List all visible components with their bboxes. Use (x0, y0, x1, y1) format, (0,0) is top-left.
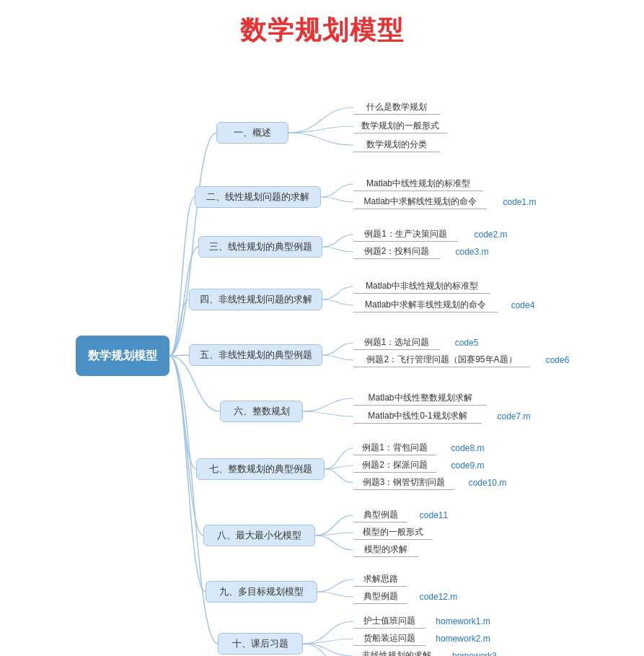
leaf-node-27: code11 (414, 508, 454, 522)
leaf-node-15: 例题2：飞行管理问题（国赛95年A题） (353, 353, 530, 367)
leaf-node-18: Matlab中线性0-1规划求解 (353, 409, 482, 424)
branch-node-b5: 五、非线性规划的典型例题 (189, 344, 322, 366)
leaf-node-37: 非线性规划的求解 (353, 649, 440, 656)
leaf-node-1: 数学规划的一般形式 (353, 119, 447, 134)
leaf-node-9: code3.m (449, 245, 495, 259)
leaf-node-11: Matlab中求解非线性规划的命令 (353, 298, 498, 312)
leaf-node-31: 典型例题 (353, 590, 407, 604)
leaf-node-3: Matlab中线性规划的标准型 (353, 177, 483, 191)
leaf-node-7: code2.m (467, 227, 514, 242)
branch-node-b8: 八、最大最小化模型 (203, 525, 315, 546)
leaf-node-36: homework2.m (431, 631, 495, 646)
leaf-node-20: 例题1：背包问题 (353, 441, 436, 455)
leaf-node-22: 例题2：探派问题 (353, 458, 436, 473)
leaf-node-28: 模型的一般形式 (353, 525, 433, 540)
leaf-node-35: 货船装运问题 (353, 631, 425, 646)
leaf-node-14: code5 (449, 336, 485, 350)
leaf-node-16: code6 (539, 353, 575, 367)
leaf-node-19: code7.m (490, 409, 537, 424)
branch-node-b10: 十、课后习题 (218, 633, 303, 655)
root-node: 数学规划模型 (76, 336, 169, 376)
leaf-node-8: 例题2：投料问题 (353, 245, 440, 259)
leaf-node-12: code4 (505, 298, 541, 312)
leaf-node-0: 什么是数学规划 (353, 100, 440, 115)
leaf-node-5: code1.m (496, 195, 543, 209)
leaf-node-13: 例题1：选址问题 (353, 336, 440, 350)
leaf-node-21: code8.m (444, 441, 491, 455)
leaf-node-38: homework3 (446, 649, 503, 656)
leaf-node-25: code10.m (463, 476, 512, 490)
branch-node-b6: 六、整数规划 (220, 401, 303, 422)
leaf-node-33: 护士值班问题 (353, 614, 425, 629)
leaf-node-24: 例题3：钢管切割问题 (353, 476, 454, 490)
branch-node-b2: 二、线性规划问题的求解 (195, 186, 321, 208)
leaf-node-10: Matlab中非线性规划的标准型 (353, 279, 490, 294)
leaf-node-4: Matlab中求解线性规划的命令 (353, 195, 487, 209)
leaf-node-17: Matlab中线性整数规划求解 (353, 391, 487, 406)
branch-node-b1: 一、概述 (216, 122, 288, 144)
branch-node-b4: 四、非线性规划问题的求解 (189, 289, 322, 310)
branch-node-b3: 三、线性规划的典型例题 (198, 236, 322, 258)
branch-node-b9: 九、多目标规划模型 (206, 581, 317, 603)
leaf-node-32: code12.m (414, 590, 463, 604)
leaf-node-23: code9.m (444, 458, 491, 473)
leaf-node-34: homework1.m (431, 614, 495, 629)
mind-map: 数学规划模型 CSDN @herry_drj 一、概述二、线性规划问题的求解三、… (0, 56, 644, 656)
leaf-node-29: 模型的求解 (353, 543, 418, 557)
leaf-node-30: 求解思路 (353, 572, 407, 587)
leaf-node-2: 数学规划的分类 (353, 138, 440, 152)
leaf-node-6: 例题1：生产决策问题 (353, 227, 458, 242)
leaf-node-26: 典型例题 (353, 508, 407, 522)
branch-node-b7: 七、整数规划的典型例题 (196, 458, 325, 480)
page-title: 数学规划模型 (0, 0, 644, 56)
